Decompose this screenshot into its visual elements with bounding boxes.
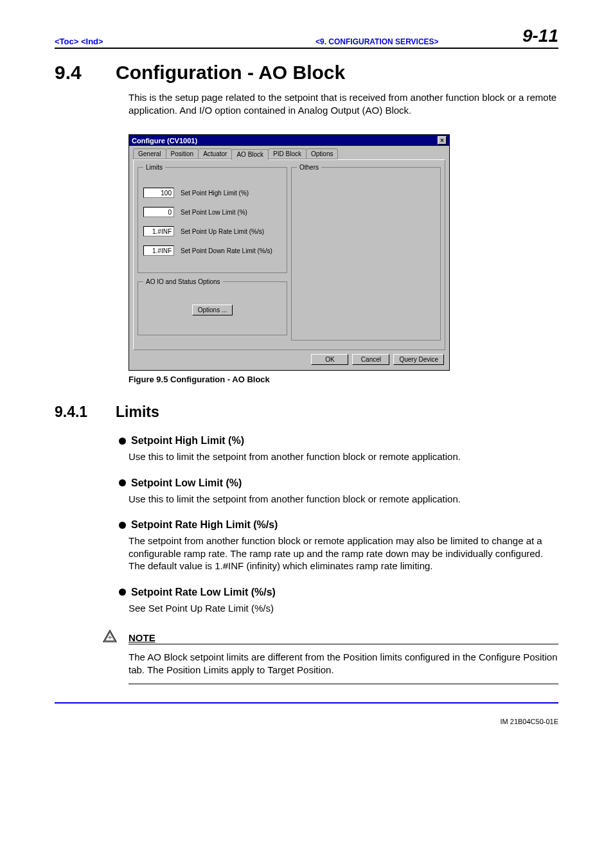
note-block: NOTE The AO Block setpoint limits are di… xyxy=(109,632,558,684)
figure-caption: Figure 9.5 Configuration - AO Block xyxy=(129,375,558,384)
warning-icon xyxy=(103,630,117,645)
sp-low-input[interactable] xyxy=(143,207,174,217)
subsection-number: 9.4.1 xyxy=(55,403,116,421)
note-body: The AO Block setpoint limits are differe… xyxy=(129,651,558,684)
tab-pid-block[interactable]: PID Block xyxy=(268,148,306,159)
sp-down-rate-input[interactable] xyxy=(143,245,174,256)
bullet-heading: Setpoint Rate Low Limit (%/s) xyxy=(119,587,558,598)
section-intro: This is the setup page related to the se… xyxy=(129,91,558,116)
dialog-title: Configure (CV1001) xyxy=(132,137,197,145)
section-heading: 9.4Configuration - AO Block xyxy=(55,62,558,84)
sp-high-input[interactable] xyxy=(143,188,174,198)
tab-ao-block[interactable]: AO Block xyxy=(231,149,269,160)
configure-dialog: Configure (CV1001) × General Position Ac… xyxy=(129,134,450,371)
limits-fieldset: Limits Set Point High Limit (%) Set Poin… xyxy=(138,164,287,273)
tab-actuator[interactable]: Actuator xyxy=(198,148,232,159)
bullet-heading: Setpoint Rate High Limit (%/s) xyxy=(119,519,558,531)
dialog-titlebar: Configure (CV1001) × xyxy=(129,135,449,146)
tab-options[interactable]: Options xyxy=(306,148,338,159)
bullet-body: Use this to limit the setpoint from anot… xyxy=(129,493,558,506)
bullet-heading: Setpoint Low Limit (%) xyxy=(119,477,558,489)
ok-button[interactable]: OK xyxy=(311,354,348,365)
others-fieldset: Others xyxy=(291,164,441,341)
chapter-label: <9. CONFIGURATION SERVICES> xyxy=(232,37,522,46)
subsection-heading: 9.4.1Limits xyxy=(55,403,558,421)
close-icon[interactable]: × xyxy=(438,136,447,145)
bullet-icon xyxy=(119,522,126,529)
section-title-text: Configuration - AO Block xyxy=(116,62,345,83)
options-button[interactable]: Options ... xyxy=(192,305,233,315)
footer-rule xyxy=(55,702,558,704)
limits-legend: Limits xyxy=(143,164,165,171)
query-device-button[interactable]: Query Device xyxy=(393,354,444,365)
sp-high-label: Set Point High Limit (%) xyxy=(181,190,249,197)
bullet-icon xyxy=(119,438,126,445)
note-heading: NOTE xyxy=(129,632,558,644)
tab-position[interactable]: Position xyxy=(166,148,199,159)
section-number: 9.4 xyxy=(55,62,116,84)
others-legend: Others xyxy=(297,164,321,171)
tab-general[interactable]: General xyxy=(133,148,166,159)
cancel-button[interactable]: Cancel xyxy=(352,354,389,365)
sp-up-rate-input[interactable] xyxy=(143,226,174,236)
tabs-row: General Position Actuator AO Block PID B… xyxy=(129,146,449,159)
bullet-body: Use this to limit the setpoint from anot… xyxy=(129,450,558,463)
ind-link[interactable]: <Ind> xyxy=(81,37,103,46)
sp-up-rate-label: Set Point Up Rate Limit (%/s) xyxy=(181,228,264,235)
page-number: 9-11 xyxy=(522,26,558,46)
sp-low-label: Set Point Low Limit (%) xyxy=(181,209,247,216)
toc-link[interactable]: <Toc> xyxy=(55,37,78,46)
page-header: <Toc> <Ind> <9. CONFIGURATION SERVICES> … xyxy=(55,26,558,49)
ao-io-legend: AO IO and Status Options xyxy=(143,278,223,285)
subsection-title-text: Limits xyxy=(116,403,159,420)
document-id: IM 21B04C50-01E xyxy=(55,718,558,725)
ao-io-fieldset: AO IO and Status Options Options ... xyxy=(138,278,287,335)
bullet-body: See Set Point Up Rate Limit (%/s) xyxy=(129,602,558,615)
sp-down-rate-label: Set Point Down Rate Limit (%/s) xyxy=(181,247,272,254)
bullet-heading: Setpoint High Limit (%) xyxy=(119,435,558,447)
bullet-icon xyxy=(119,479,126,486)
bullet-icon xyxy=(119,589,126,596)
bullet-body: The setpoint from another function block… xyxy=(129,535,558,572)
